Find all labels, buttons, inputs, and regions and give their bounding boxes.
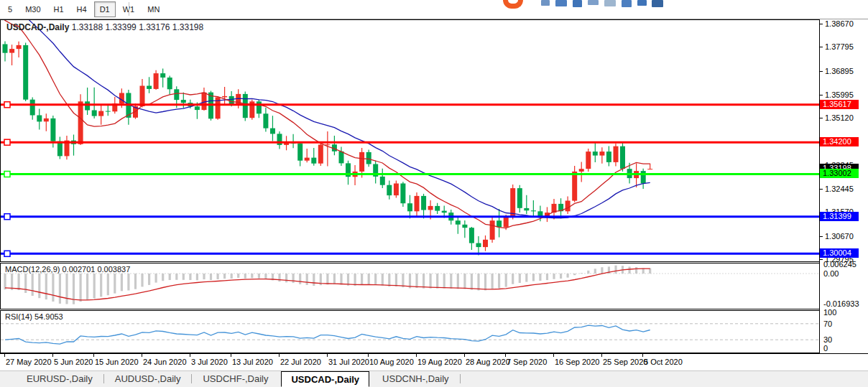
symbol-tab-bar: EURUSD-,DailyAUDUSD-,DailyUSDCHF-,DailyU… xyxy=(0,370,868,387)
price-badge: 1.35617 xyxy=(820,100,859,109)
rsi-chart[interactable] xyxy=(1,311,819,353)
toolbar-icon-fragment[interactable] xyxy=(622,0,632,7)
date-tick xyxy=(4,354,5,357)
toolbar-separator xyxy=(129,2,129,16)
date-label: 24 Jun 2020 xyxy=(143,358,187,366)
macd-title: MACD(12,26,9) 0.002701 0.003837 xyxy=(5,265,130,274)
tab-divider xyxy=(460,374,461,383)
price-tick xyxy=(820,71,823,72)
timeframe-button-h1[interactable]: H1 xyxy=(48,1,70,17)
price-badge: 1.31399 xyxy=(820,212,859,221)
symbol-tab-usdchf-daily[interactable]: USDCHF-,Daily xyxy=(193,371,277,387)
date-tick xyxy=(93,354,94,357)
price-tick xyxy=(820,259,823,260)
chart-ohlc-values: 1.33188 1.33399 1.33176 1.33198 xyxy=(72,22,204,32)
price-tick-label: 1.35995 xyxy=(825,90,854,99)
macd-values: 0.002701 0.003837 xyxy=(62,265,130,274)
rsi-axis-label: 70 xyxy=(823,320,832,328)
price-tick xyxy=(820,47,823,47)
date-label: 5 Jun 2020 xyxy=(54,358,93,366)
date-label: 28 Aug 2020 xyxy=(466,358,510,366)
timeframe-button-h4[interactable]: H4 xyxy=(71,1,93,17)
macd-panel[interactable]: MACD(12,26,9) 0.002701 0.003837 xyxy=(0,263,820,309)
ma-fast-line xyxy=(1,20,650,228)
chart-title: USDCAD-,Daily 1.33188 1.33399 1.33176 1.… xyxy=(6,22,203,32)
price-tick xyxy=(820,24,823,24)
date-tick xyxy=(368,354,369,357)
timeframe-button-mn[interactable]: MN xyxy=(142,1,165,17)
toolbar-icon-fragment[interactable] xyxy=(555,0,567,6)
toolbar-icon-fragment[interactable] xyxy=(604,0,616,6)
date-tick xyxy=(52,354,53,357)
symbol-tab-usdcad-daily[interactable]: USDCAD-,Daily xyxy=(281,371,369,387)
symbol-tab-audusd-daily[interactable]: AUDUSD-,Daily xyxy=(106,371,190,387)
price-tick-label: 1.30670 xyxy=(825,232,854,241)
date-label: 19 Aug 2020 xyxy=(417,358,462,366)
price-tick xyxy=(820,118,823,118)
price-tick-label: 1.32445 xyxy=(825,185,854,193)
toolbar-icon-fragment[interactable] xyxy=(588,0,599,5)
rsi-value: 54.9053 xyxy=(34,312,63,321)
date-tick xyxy=(416,354,417,357)
candlestick-chart[interactable] xyxy=(1,20,819,261)
macd-axis-label: 0.006245 xyxy=(823,260,857,269)
macd-axis-label: 0.00 xyxy=(823,269,839,278)
date-label: 25 Sep 2020 xyxy=(603,358,647,366)
date-label: 3 Jul 2020 xyxy=(191,358,228,366)
date-tick xyxy=(279,354,280,357)
price-tick-label: 1.36895 xyxy=(825,67,854,75)
level-line-handle xyxy=(4,139,10,145)
level-line-handle xyxy=(4,172,10,177)
timeframe-button-5[interactable]: 5 xyxy=(2,1,18,17)
macd-axis-label: -0.016933 xyxy=(823,299,859,308)
date-tick xyxy=(231,354,231,357)
tab-divider xyxy=(103,374,104,383)
mt4-trading-terminal: 5M30H1H4D1W1MN USDCAD-,Daily 1.33188 1.3… xyxy=(0,0,868,387)
toolbar-icon-fragment[interactable] xyxy=(541,0,550,6)
rsi-title: RSI(14) 54.9053 xyxy=(5,312,63,321)
date-label: 15 Jun 2020 xyxy=(95,358,139,366)
symbol-tab-usdcnh-daily[interactable]: USDCNH-,Daily xyxy=(373,371,458,387)
time-axis[interactable]: 27 May 20205 Jun 202015 Jun 202024 Jun 2… xyxy=(0,353,868,370)
period-buttons: 5M30H1H4D1W1MN xyxy=(1,1,166,18)
rsi-panel[interactable]: RSI(14) 54.9053 xyxy=(0,310,820,353)
rsi-axis-label: 0 xyxy=(823,344,828,353)
price-badge: 1.34200 xyxy=(820,137,859,146)
date-label: 16 Sep 2020 xyxy=(555,358,599,366)
date-label: 7 Sep 2020 xyxy=(507,358,547,366)
toolbar-icon-fragment[interactable] xyxy=(637,0,647,6)
ma-slow-line xyxy=(1,20,650,218)
date-tick xyxy=(190,354,190,357)
date-label: 5 Oct 2020 xyxy=(644,358,683,366)
level-line-handle xyxy=(4,251,10,256)
toolbar-icon-fragment[interactable] xyxy=(573,0,582,7)
rsi-axis-label: 30 xyxy=(823,335,832,344)
price-tick xyxy=(820,236,823,237)
toolbar-icon-fragment[interactable] xyxy=(652,0,663,7)
rsi-axis-label: 100 xyxy=(823,308,836,317)
price-badge: 1.30004 xyxy=(820,248,859,258)
macd-label: MACD(12,26,9) xyxy=(5,265,60,274)
rsi-line xyxy=(5,325,650,344)
date-tick xyxy=(505,354,506,357)
date-label: 27 May 2020 xyxy=(6,358,52,366)
price-tick-label: 1.37795 xyxy=(825,42,854,51)
price-tick-label: 1.35120 xyxy=(825,113,854,122)
date-label: 13 Jul 2020 xyxy=(232,358,273,366)
broker-logo-icon[interactable] xyxy=(503,0,523,9)
symbol-tab-eurusd-daily[interactable]: EURUSD-,Daily xyxy=(17,371,102,387)
date-tick xyxy=(464,354,465,357)
date-tick xyxy=(142,354,142,357)
timeframe-toolbar: 5M30H1H4D1W1MN xyxy=(0,0,868,19)
price-axis[interactable]: 1.386701.377951.368951.359951.351201.342… xyxy=(820,19,868,353)
level-lines-layer[interactable] xyxy=(1,102,819,256)
rsi-label: RSI(14) xyxy=(5,312,32,321)
price-chart-panel[interactable]: USDCAD-,Daily 1.33188 1.33399 1.33176 1.… xyxy=(0,19,820,262)
price-tick xyxy=(820,95,823,95)
date-label: 22 Jul 2020 xyxy=(280,358,321,366)
price-tick-label: 1.38670 xyxy=(825,19,854,28)
timeframe-button-d1[interactable]: D1 xyxy=(94,1,116,17)
timeframe-button-m30[interactable]: M30 xyxy=(19,1,46,17)
chart-symbol-title: USDCAD-,Daily xyxy=(6,22,69,32)
level-line-handle xyxy=(4,214,10,220)
